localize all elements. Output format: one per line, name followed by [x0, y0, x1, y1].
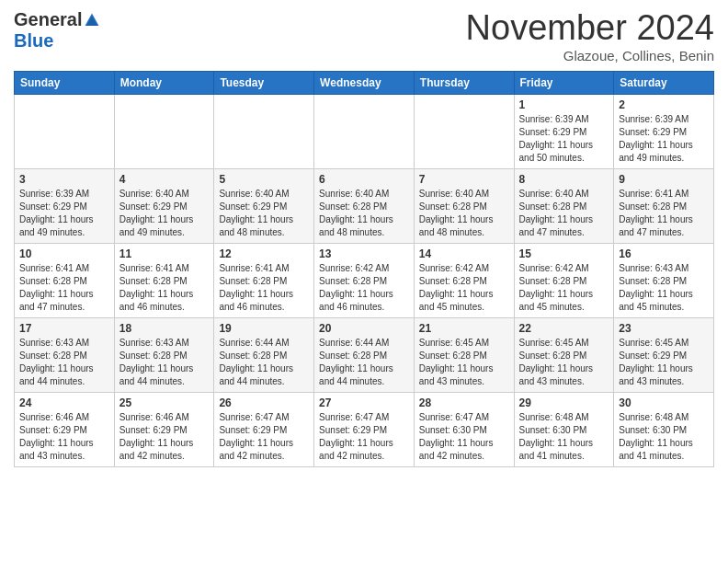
- day-info: Sunrise: 6:40 AM Sunset: 6:28 PM Dayligh…: [419, 188, 509, 239]
- logo-icon: [84, 12, 100, 29]
- calendar-cell: 25Sunrise: 6:46 AM Sunset: 6:29 PM Dayli…: [114, 392, 214, 466]
- week-row-3: 17Sunrise: 6:43 AM Sunset: 6:28 PM Dayli…: [15, 317, 714, 392]
- day-number: 13: [319, 247, 409, 260]
- day-number: 10: [19, 247, 109, 260]
- day-number: 2: [619, 98, 709, 111]
- calendar-cell: [314, 94, 415, 168]
- day-info: Sunrise: 6:47 AM Sunset: 6:30 PM Dayligh…: [419, 411, 509, 463]
- calendar-cell: 3Sunrise: 6:39 AM Sunset: 6:29 PM Daylig…: [15, 168, 115, 243]
- day-info: Sunrise: 6:45 AM Sunset: 6:28 PM Dayligh…: [419, 337, 509, 388]
- week-row-1: 3Sunrise: 6:39 AM Sunset: 6:29 PM Daylig…: [15, 168, 714, 243]
- day-number: 17: [19, 322, 109, 335]
- weekday-header-tuesday: Tuesday: [214, 71, 314, 94]
- title-block: November 2024 Glazoue, Collines, Benin: [466, 9, 714, 63]
- calendar-cell: 24Sunrise: 6:46 AM Sunset: 6:29 PM Dayli…: [15, 392, 115, 466]
- day-number: 14: [419, 247, 509, 260]
- day-info: Sunrise: 6:39 AM Sunset: 6:29 PM Dayligh…: [619, 113, 709, 165]
- day-number: 19: [219, 322, 309, 335]
- logo-general-text: General: [14, 9, 82, 30]
- day-number: 12: [219, 247, 309, 260]
- calendar: SundayMondayTuesdayWednesdayThursdayFrid…: [14, 71, 714, 467]
- day-number: 29: [519, 396, 609, 409]
- day-number: 23: [619, 322, 709, 335]
- day-number: 21: [419, 322, 509, 335]
- day-number: 11: [119, 247, 210, 260]
- location: Glazoue, Collines, Benin: [466, 48, 714, 63]
- day-number: 26: [219, 396, 309, 409]
- day-info: Sunrise: 6:42 AM Sunset: 6:28 PM Dayligh…: [419, 262, 509, 314]
- day-number: 5: [219, 173, 309, 186]
- day-info: Sunrise: 6:43 AM Sunset: 6:28 PM Dayligh…: [119, 337, 210, 388]
- page: General Blue November 2024 Glazoue, Coll…: [0, 0, 728, 481]
- day-info: Sunrise: 6:47 AM Sunset: 6:29 PM Dayligh…: [319, 411, 409, 463]
- day-number: 7: [419, 173, 509, 186]
- calendar-cell: [15, 94, 115, 168]
- day-info: Sunrise: 6:43 AM Sunset: 6:28 PM Dayligh…: [19, 337, 109, 388]
- day-info: Sunrise: 6:44 AM Sunset: 6:28 PM Dayligh…: [219, 337, 309, 388]
- calendar-cell: 30Sunrise: 6:48 AM Sunset: 6:30 PM Dayli…: [614, 392, 714, 466]
- day-info: Sunrise: 6:41 AM Sunset: 6:28 PM Dayligh…: [19, 262, 109, 314]
- day-number: 27: [319, 396, 409, 409]
- day-number: 1: [519, 98, 609, 111]
- day-info: Sunrise: 6:40 AM Sunset: 6:29 PM Dayligh…: [219, 188, 309, 239]
- week-row-4: 24Sunrise: 6:46 AM Sunset: 6:29 PM Dayli…: [15, 392, 714, 466]
- calendar-cell: 17Sunrise: 6:43 AM Sunset: 6:28 PM Dayli…: [15, 317, 115, 392]
- day-number: 25: [119, 396, 210, 409]
- calendar-cell: 9Sunrise: 6:41 AM Sunset: 6:28 PM Daylig…: [614, 168, 714, 243]
- calendar-cell: 16Sunrise: 6:43 AM Sunset: 6:28 PM Dayli…: [614, 243, 714, 317]
- day-number: 4: [119, 173, 210, 186]
- day-info: Sunrise: 6:40 AM Sunset: 6:28 PM Dayligh…: [519, 188, 609, 239]
- calendar-cell: 13Sunrise: 6:42 AM Sunset: 6:28 PM Dayli…: [314, 243, 415, 317]
- day-number: 6: [319, 173, 409, 186]
- header: General Blue November 2024 Glazoue, Coll…: [14, 9, 714, 63]
- day-info: Sunrise: 6:41 AM Sunset: 6:28 PM Dayligh…: [619, 188, 709, 239]
- calendar-cell: 18Sunrise: 6:43 AM Sunset: 6:28 PM Dayli…: [114, 317, 214, 392]
- day-info: Sunrise: 6:41 AM Sunset: 6:28 PM Dayligh…: [119, 262, 210, 314]
- week-row-0: 1Sunrise: 6:39 AM Sunset: 6:29 PM Daylig…: [15, 94, 714, 168]
- day-number: 28: [419, 396, 509, 409]
- day-number: 30: [619, 396, 709, 409]
- day-number: 9: [619, 173, 709, 186]
- day-info: Sunrise: 6:46 AM Sunset: 6:29 PM Dayligh…: [19, 411, 109, 463]
- day-info: Sunrise: 6:40 AM Sunset: 6:28 PM Dayligh…: [319, 188, 409, 239]
- day-info: Sunrise: 6:42 AM Sunset: 6:28 PM Dayligh…: [519, 262, 609, 314]
- day-info: Sunrise: 6:45 AM Sunset: 6:29 PM Dayligh…: [619, 337, 709, 388]
- month-title: November 2024: [466, 9, 714, 48]
- day-number: 16: [619, 247, 709, 260]
- calendar-cell: 2Sunrise: 6:39 AM Sunset: 6:29 PM Daylig…: [614, 94, 714, 168]
- logo: General Blue: [14, 9, 100, 52]
- day-info: Sunrise: 6:43 AM Sunset: 6:28 PM Dayligh…: [619, 262, 709, 314]
- day-number: 24: [19, 396, 109, 409]
- week-row-2: 10Sunrise: 6:41 AM Sunset: 6:28 PM Dayli…: [15, 243, 714, 317]
- day-number: 22: [519, 322, 609, 335]
- day-info: Sunrise: 6:48 AM Sunset: 6:30 PM Dayligh…: [619, 411, 709, 463]
- day-info: Sunrise: 6:47 AM Sunset: 6:29 PM Dayligh…: [219, 411, 309, 463]
- calendar-cell: 10Sunrise: 6:41 AM Sunset: 6:28 PM Dayli…: [15, 243, 115, 317]
- weekday-header-row: SundayMondayTuesdayWednesdayThursdayFrid…: [15, 71, 714, 94]
- calendar-cell: 11Sunrise: 6:41 AM Sunset: 6:28 PM Dayli…: [114, 243, 214, 317]
- calendar-cell: 26Sunrise: 6:47 AM Sunset: 6:29 PM Dayli…: [214, 392, 314, 466]
- calendar-cell: 29Sunrise: 6:48 AM Sunset: 6:30 PM Dayli…: [514, 392, 614, 466]
- calendar-cell: 19Sunrise: 6:44 AM Sunset: 6:28 PM Dayli…: [214, 317, 314, 392]
- calendar-cell: 21Sunrise: 6:45 AM Sunset: 6:28 PM Dayli…: [414, 317, 514, 392]
- calendar-cell: 6Sunrise: 6:40 AM Sunset: 6:28 PM Daylig…: [314, 168, 415, 243]
- calendar-cell: 14Sunrise: 6:42 AM Sunset: 6:28 PM Dayli…: [414, 243, 514, 317]
- calendar-cell: 23Sunrise: 6:45 AM Sunset: 6:29 PM Dayli…: [614, 317, 714, 392]
- calendar-cell: [114, 94, 214, 168]
- logo-blue-text: Blue: [14, 30, 53, 52]
- calendar-cell: [214, 94, 314, 168]
- day-number: 20: [319, 322, 409, 335]
- day-info: Sunrise: 6:41 AM Sunset: 6:28 PM Dayligh…: [219, 262, 309, 314]
- day-info: Sunrise: 6:42 AM Sunset: 6:28 PM Dayligh…: [319, 262, 409, 314]
- calendar-cell: 7Sunrise: 6:40 AM Sunset: 6:28 PM Daylig…: [414, 168, 514, 243]
- day-info: Sunrise: 6:46 AM Sunset: 6:29 PM Dayligh…: [119, 411, 210, 463]
- day-info: Sunrise: 6:48 AM Sunset: 6:30 PM Dayligh…: [519, 411, 609, 463]
- calendar-cell: 8Sunrise: 6:40 AM Sunset: 6:28 PM Daylig…: [514, 168, 614, 243]
- calendar-cell: [414, 94, 514, 168]
- day-number: 15: [519, 247, 609, 260]
- calendar-cell: 5Sunrise: 6:40 AM Sunset: 6:29 PM Daylig…: [214, 168, 314, 243]
- day-info: Sunrise: 6:40 AM Sunset: 6:29 PM Dayligh…: [119, 188, 210, 239]
- day-number: 18: [119, 322, 210, 335]
- day-number: 3: [19, 173, 109, 186]
- weekday-header-thursday: Thursday: [414, 71, 514, 94]
